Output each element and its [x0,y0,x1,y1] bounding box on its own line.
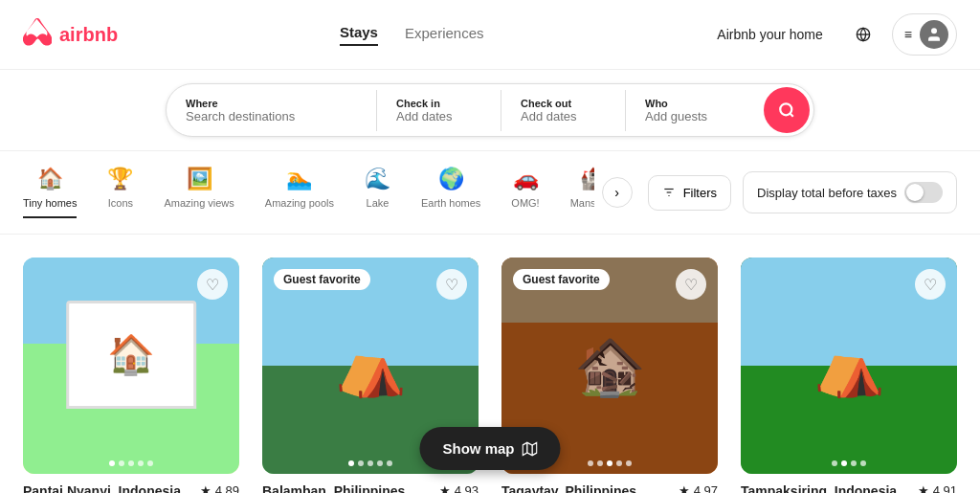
category-icon: 🌍 [438,167,464,191]
who-label: Who [645,98,741,109]
checkin-section[interactable]: Check in Add dates [377,90,501,131]
carousel-dots [109,460,153,466]
svg-line-4 [790,113,792,116]
search-button[interactable] [764,87,810,133]
listing-info: Pantai Nyanyi, Indonesia ★ 4.89 946 kilo… [23,483,239,493]
avatar [920,20,948,49]
svg-point-3 [780,103,791,115]
carousel-dot [841,460,847,466]
category-label: Amazing views [164,197,234,209]
category-icon: 🚗 [513,167,539,191]
listing-card[interactable]: ⛺ ♡ Tampaksiring, Indonesia ★ 4.91 964 k… [741,258,957,493]
listing-image-container: ⛺ ♡ [741,258,957,474]
svg-marker-8 [523,442,537,455]
listing-location: Tagaytay, Philippines [501,483,636,493]
user-menu-button[interactable]: ≡ [892,13,957,56]
carousel-dot [368,460,373,466]
show-map-container: Show map [419,427,560,470]
category-label: OMG! [511,197,539,209]
carousel-dots [832,460,866,466]
listing-rating: ★ 4.91 [918,483,957,493]
show-map-button[interactable]: Show map [419,427,560,470]
globe-icon-button[interactable] [846,17,880,52]
favorite-button[interactable]: ♡ [197,269,228,300]
logo-text: airbnb [59,24,118,46]
display-total-toggle: Display total before taxes [743,171,957,213]
category-label: Earth homes [421,197,480,209]
listing-card[interactable]: 🏠 ♡ Pantai Nyanyi, Indonesia ★ 4.89 946 … [23,258,239,493]
where-input[interactable]: Search destinations [186,109,357,123]
search-bar-container: Where Search destinations Check in Add d… [0,70,980,151]
category-item-amazing-pools[interactable]: 🏊 Amazing pools [265,167,334,218]
category-icon: 🌊 [365,167,390,191]
main-nav: Stays Experiences [340,24,484,46]
category-item-icons[interactable]: 🏆 Icons [107,167,133,218]
category-item-amazing-views[interactable]: 🖼️ Amazing views [164,167,234,218]
who-input[interactable]: Add guests [645,109,741,123]
who-section[interactable]: Who Add guests [626,90,760,131]
map-icon [523,441,538,457]
checkout-section[interactable]: Check out Add dates [501,90,626,131]
category-item-tiny-homes[interactable]: 🏠 Tiny homes [23,167,77,218]
carousel-dot [119,460,124,466]
category-item-earth-homes[interactable]: 🌍 Earth homes [421,167,480,218]
checkin-label: Check in [396,98,481,109]
nav-stays[interactable]: Stays [340,24,378,46]
carousel-dot [358,460,364,466]
header: airbnb Stays Experiences Airbnb your hom… [0,0,980,70]
listing-info: Balamban, Philippines ★ 4.93 2,651 kilom… [262,483,479,493]
category-label: Lake [367,197,390,209]
where-section[interactable]: Where Search destinations [167,90,377,131]
listing-location: Tampaksiring, Indonesia [741,483,897,493]
category-label: Amazing pools [265,197,334,209]
airbnb-home-button[interactable]: Airbnb your home [705,19,835,50]
filter-icon [662,186,676,199]
listing-rating: ★ 4.97 [679,483,718,493]
category-label: Tiny homes [23,197,77,209]
guest-favorite-badge: Guest favorite [513,269,610,290]
category-icon: 🏠 [37,167,63,191]
show-map-label: Show map [442,440,514,457]
carousel-dots [348,460,392,466]
listing-location: Pantai Nyanyi, Indonesia [23,483,181,493]
category-icon: 🏆 [107,167,133,191]
hamburger-icon: ≡ [904,27,912,42]
nav-experiences[interactable]: Experiences [405,25,484,45]
filters-button[interactable]: Filters [648,175,731,211]
listing-title-row: Tampaksiring, Indonesia ★ 4.91 [741,483,957,493]
toggle-knob [906,184,924,201]
category-next-button[interactable]: › [602,177,633,208]
carousel-dot [851,460,857,466]
listing-title-row: Tagaytay, Philippines ★ 4.97 [501,483,718,493]
checkout-label: Check out [521,98,606,109]
category-label: Icons [108,197,133,209]
filters-area: Filters Display total before taxes [648,171,957,213]
logo[interactable]: airbnb [23,16,118,54]
category-label: Mansions [570,197,594,209]
header-right: Airbnb your home ≡ [705,13,957,56]
airbnb-logo-icon [23,16,52,54]
carousel-dot [832,460,837,466]
favorite-button[interactable]: ♡ [915,269,946,300]
listing-info: Tagaytay, Philippines ★ 4.97 kilometers … [501,483,718,493]
carousel-dot [147,460,153,466]
listing-image-container: 🏠 ♡ [23,258,239,474]
carousel-dot [860,460,866,466]
category-bar: 🏠 Tiny homes 🏆 Icons 🖼️ Amazing views 🏊 … [0,151,980,235]
category-item-lake[interactable]: 🌊 Lake [365,167,390,218]
checkout-value[interactable]: Add dates [521,109,606,123]
favorite-button[interactable]: ♡ [676,269,706,300]
toggle-switch[interactable] [904,182,943,203]
category-item-omg[interactable]: 🚗 OMG! [511,167,539,218]
guest-favorite-badge: Guest favorite [274,269,370,290]
carousel-dot [348,460,354,466]
favorite-button[interactable]: ♡ [436,269,467,300]
display-total-label: Display total before taxes [757,186,897,200]
carousel-dot [616,460,622,466]
checkin-value[interactable]: Add dates [396,109,481,123]
carousel-dot [607,460,612,466]
listing-rating: ★ 4.89 [200,483,239,493]
carousel-dot [597,460,603,466]
category-item-mansions[interactable]: 🏰 Mansions [570,167,594,218]
category-icon: 🖼️ [187,167,212,191]
